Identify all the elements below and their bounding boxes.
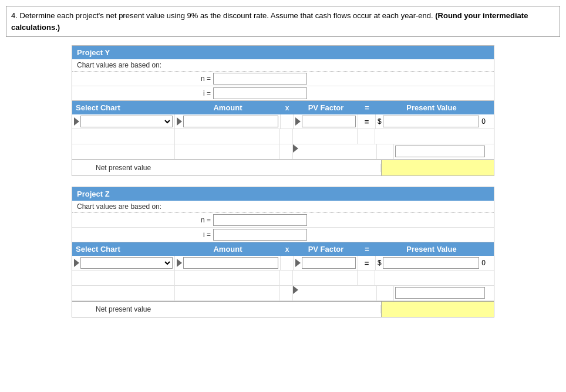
project-y-select-cell-1	[72, 114, 175, 129]
project-z-i-input[interactable]	[213, 229, 307, 241]
project-z-x-cell-1	[281, 256, 294, 270]
project-z-block: Project Z Chart values are based on: n =…	[72, 187, 494, 317]
project-y-npv-row: Net present value	[72, 160, 494, 175]
project-z-header-row: Select Chart Amount x PV Factor = Presen…	[72, 242, 494, 256]
project-y-block: Project Y Chart values are based on: n =…	[72, 45, 494, 176]
project-y-pv-cell-1: $ 0	[376, 114, 487, 129]
project-z-factor-input-1[interactable]	[302, 257, 356, 269]
project-z-select-cell-1	[72, 256, 175, 270]
project-y-select-1[interactable]	[80, 116, 173, 127]
project-y-n-row: n =	[72, 72, 494, 86]
project-z-col-pv-header: Present Value	[376, 245, 487, 254]
project-z-empty-eq-3	[377, 286, 395, 300]
project-y-empty-factor-3	[293, 144, 377, 159]
project-y-i-label: i =	[72, 89, 213, 97]
project-z-npv-row: Net present value	[72, 301, 494, 317]
project-z-empty-x-2	[280, 271, 293, 285]
project-y-pv-input-3[interactable]	[395, 146, 485, 157]
project-z-n-row: n =	[72, 213, 494, 228]
project-y-triangle-1	[74, 117, 79, 126]
project-z-empty-factor-2	[293, 271, 358, 285]
project-z-title: Project Z	[72, 187, 494, 201]
project-z-npv-input[interactable]	[382, 302, 494, 317]
project-z-col-amount-header: Amount	[175, 245, 281, 254]
project-y-empty-select-3	[72, 144, 175, 159]
project-y-n-label: n =	[72, 75, 213, 83]
project-y-npv-input[interactable]	[382, 160, 494, 175]
project-y-col-select-header: Select Chart	[72, 103, 175, 112]
project-y-factor-cell-1	[294, 114, 358, 129]
project-z-pv-cell-1: $ 0	[376, 256, 487, 270]
project-z-npv-label: Net present value	[72, 305, 381, 313]
project-z-data-row-1: = $ 0	[72, 256, 494, 271]
project-z-empty-pv-2	[375, 271, 494, 285]
project-y-amount-triangle-1	[177, 117, 182, 126]
project-z-empty-row-2	[72, 271, 494, 286]
project-z-col-select-header: Select Chart	[72, 245, 175, 254]
project-z-n-label: n =	[72, 216, 213, 224]
project-z-col-eq-header: =	[358, 245, 376, 254]
project-z-pv-input-3[interactable]	[395, 287, 485, 299]
project-y-x-cell-1	[281, 114, 294, 129]
project-z-empty-amount-2	[175, 271, 281, 285]
project-y-empty-pv-3	[394, 144, 494, 159]
project-y-amount-input-1[interactable]	[183, 116, 278, 127]
project-y-empty-select-2	[72, 129, 175, 144]
project-z-empty-select-2	[72, 271, 175, 285]
project-y-triangle-3	[293, 144, 298, 153]
project-z-triangle-1	[74, 259, 79, 267]
project-z-empty-pv-3	[394, 286, 494, 300]
project-y-empty-amount-3	[175, 144, 281, 159]
project-z-empty-x-3	[280, 286, 293, 300]
project-z-empty-select-3	[72, 286, 175, 300]
project-y-col-eq-header: =	[358, 103, 376, 112]
project-y-empty-eq-3	[377, 144, 395, 159]
project-y-empty-eq-2	[358, 129, 375, 144]
project-z-amount-input-1[interactable]	[183, 257, 278, 269]
project-z-npv-value-cell	[381, 302, 494, 317]
project-y-npv-value-cell	[381, 160, 494, 175]
project-z-chart-values: Chart values are based on:	[72, 201, 494, 213]
project-y-factor-input-1[interactable]	[302, 116, 356, 127]
project-y-empty-row-3	[72, 144, 494, 160]
project-y-amount-cell-1	[175, 114, 281, 129]
project-z-pv-dollar-1: $ 0	[378, 257, 486, 269]
project-y-n-input[interactable]	[213, 73, 307, 85]
project-z-amount-triangle-1	[177, 259, 182, 267]
project-z-empty-eq-2	[358, 271, 375, 285]
project-z-col-x-header: x	[281, 245, 294, 254]
instructions: 4. Determine each project's net present …	[6, 6, 560, 37]
project-z-factor-cell-1	[294, 256, 358, 270]
project-z-col-factor-header: PV Factor	[294, 245, 358, 254]
project-y-factor-triangle-1	[295, 117, 301, 126]
project-z-empty-amount-3	[175, 286, 281, 300]
project-y-i-row: i =	[72, 86, 494, 101]
project-z-n-input[interactable]	[213, 214, 307, 226]
project-z-select-1[interactable]	[80, 257, 173, 269]
project-y-col-amount-header: Amount	[175, 103, 281, 112]
project-y-col-pv-header: Present Value	[376, 103, 487, 112]
project-y-empty-x-3	[280, 144, 293, 159]
project-y-eq-cell-1: =	[358, 114, 376, 129]
project-z-i-row: i =	[72, 228, 494, 242]
project-z-empty-factor-3	[293, 286, 377, 300]
project-y-chart-values: Chart values are based on:	[72, 59, 494, 72]
project-z-i-label: i =	[72, 231, 213, 239]
project-y-header-row: Select Chart Amount x PV Factor = Presen…	[72, 101, 494, 114]
project-y-i-input[interactable]	[213, 87, 307, 99]
project-y-title: Project Y	[72, 46, 494, 59]
project-z-empty-row-3	[72, 286, 494, 301]
project-y-pv-input-1[interactable]	[383, 116, 480, 127]
instructions-text: 4. Determine each project's net present …	[11, 11, 433, 20]
project-z-factor-triangle-1	[295, 259, 301, 267]
project-y-empty-row-2	[72, 129, 494, 144]
project-z-eq-cell-1: =	[358, 256, 376, 270]
project-y-empty-pv-2	[375, 129, 494, 144]
project-y-pv-dollar-1: $ 0	[378, 116, 486, 127]
project-z-pv-value-1: 0	[479, 259, 486, 267]
project-y-empty-amount-2	[175, 129, 281, 144]
project-y-npv-label: Net present value	[72, 164, 381, 172]
project-y-empty-factor-2	[293, 129, 358, 144]
project-z-triangle-3	[293, 286, 298, 294]
project-z-pv-input-1[interactable]	[383, 257, 480, 269]
